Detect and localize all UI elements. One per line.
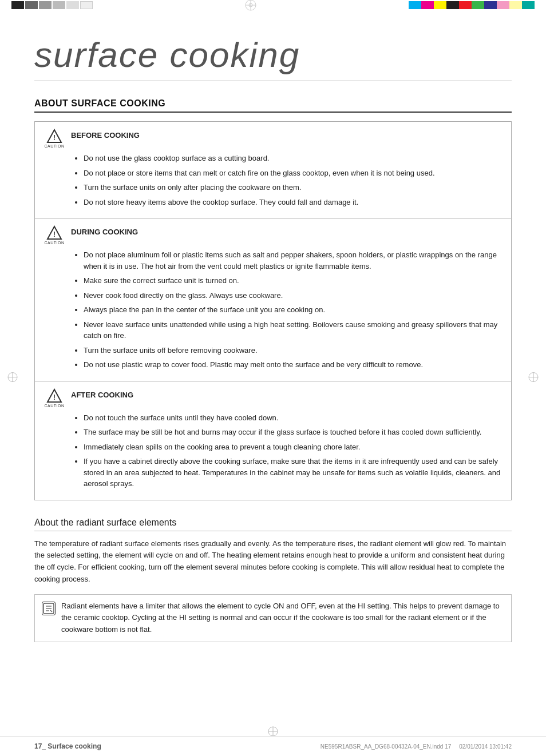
caution-before-cooking: ! CAUTION BEFORE COOKING Do not use the … — [34, 121, 512, 218]
list-item: Make sure the correct surface unit is tu… — [84, 275, 503, 287]
note-text: Radiant elements have a limiter that all… — [61, 600, 504, 636]
note-box: Radiant elements have a limiter that all… — [34, 594, 512, 642]
caution-after-body: Do not touch the surface units until the… — [43, 412, 503, 490]
section2-body: The temperature of radiant surface eleme… — [34, 538, 512, 586]
footer-doc-label: NE595R1ABSR_AA_DG68-00432A-04_EN.indd 17… — [321, 743, 512, 750]
svg-text:!: ! — [53, 393, 56, 401]
swatch-black — [11, 1, 24, 9]
caution-during-body: Do not place aluminum foil or plastic it… — [43, 249, 503, 371]
caution-during-label: CAUTION — [45, 241, 65, 245]
list-item: Turn the surface units off before removi… — [84, 345, 503, 356]
footer-date: 02/01/2014 13:01:42 — [459, 743, 512, 750]
caution-after-icon: ! CAUTION — [43, 388, 65, 408]
left-reg-mark — [7, 372, 18, 385]
caution-after-label: CAUTION — [45, 404, 65, 408]
list-item: Never cook food directly on the glass. A… — [84, 290, 503, 301]
caution-during-icon: ! CAUTION — [43, 225, 65, 245]
swatch-teal — [522, 1, 535, 9]
list-item: Turn the surface units on only after pla… — [84, 182, 503, 193]
right-reg-mark — [528, 372, 539, 385]
list-item: Always place the pan in the center of th… — [84, 304, 503, 316]
swatch-yellow — [434, 1, 446, 9]
caution-before-title: BEFORE COOKING — [71, 129, 140, 140]
footer-doc-name: NE595R1ABSR_AA_DG68-00432A-04_EN.indd 17 — [321, 743, 451, 750]
caution-before-icon: ! CAUTION — [43, 129, 65, 148]
swatch-red — [459, 1, 472, 9]
swatch-mgray — [39, 1, 52, 9]
swatch-pink — [497, 1, 509, 9]
list-item: Never leave surface units unattended whi… — [84, 319, 503, 341]
svg-text:!: ! — [53, 230, 56, 238]
list-item: Do not store heavy items above the cookt… — [84, 197, 503, 208]
swatch-lightyellow — [509, 1, 522, 9]
page-main-title: surface cooking — [34, 34, 512, 81]
swatch-blue — [484, 1, 497, 9]
swatches-right — [409, 0, 546, 10]
list-item: The surface may be still be hot and burn… — [84, 427, 503, 438]
list-item: If you have a cabinet directly above the… — [84, 456, 503, 490]
caution-blocks-container: ! CAUTION BEFORE COOKING Do not use the … — [34, 121, 512, 500]
top-color-bar — [0, 0, 546, 10]
swatch-xlgray — [66, 1, 79, 9]
list-item: Do not use plastic wrap to cover food. P… — [84, 359, 503, 371]
swatch-cyan — [409, 1, 421, 9]
swatch-black2 — [446, 1, 459, 9]
swatch-lgray — [53, 1, 65, 9]
section2-heading: About the radiant surface elements — [34, 518, 512, 531]
swatch-white — [80, 1, 93, 9]
section1-heading: ABOUT SURFACE COOKING — [34, 98, 512, 113]
list-item: Do not place or store items that can mel… — [84, 168, 503, 179]
caution-after-title: AFTER COOKING — [71, 388, 133, 399]
caution-during-header: ! CAUTION DURING COOKING — [43, 225, 503, 245]
swatches-left — [0, 0, 93, 10]
page-content: surface cooking ABOUT SURFACE COOKING ! … — [0, 17, 546, 677]
list-item: Immediately clean spills on the cooking … — [84, 441, 503, 453]
swatch-dgray — [25, 1, 38, 9]
note-icon — [42, 602, 56, 615]
caution-before-label: CAUTION — [45, 144, 65, 148]
caution-during-cooking: ! CAUTION DURING COOKING Do not place al… — [34, 218, 512, 381]
caution-during-title: DURING COOKING — [71, 225, 138, 236]
footer-page-label: 17_ Surface cooking — [34, 742, 101, 750]
svg-text:!: ! — [53, 133, 56, 142]
caution-before-body: Do not use the glass cooktop surface as … — [43, 153, 503, 208]
caution-after-header: ! CAUTION AFTER COOKING — [43, 388, 503, 408]
list-item: Do not touch the surface units until the… — [84, 412, 503, 424]
caution-before-header: ! CAUTION BEFORE COOKING — [43, 129, 503, 148]
swatch-magenta — [421, 1, 434, 9]
list-item: Do not place aluminum foil or plastic it… — [84, 249, 503, 272]
caution-after-cooking: ! CAUTION AFTER COOKING Do not touch the… — [34, 381, 512, 500]
list-item: Do not use the glass cooktop surface as … — [84, 153, 503, 164]
top-center-registration — [93, 0, 409, 10]
swatch-green — [472, 1, 484, 9]
footer: 17_ Surface cooking NE595R1ABSR_AA_DG68-… — [0, 736, 546, 756]
